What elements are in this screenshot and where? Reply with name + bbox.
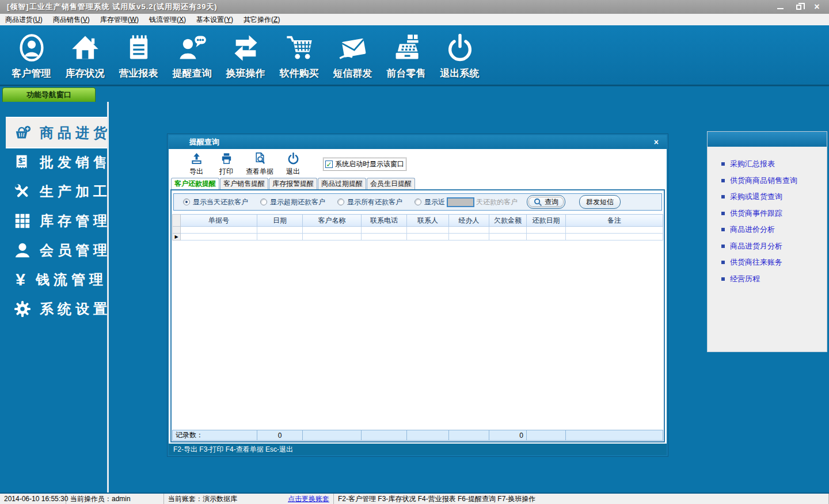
column-remark[interactable]: 备注: [566, 215, 663, 227]
main-toolbar: 客户管理 库存状况 营业报表 提醒查询 换班操作 软件购买 短信群发 前台零售 …: [0, 25, 829, 86]
basket-icon: [14, 124, 31, 142]
toolbar-reminder-query-button[interactable]: 提醒查询: [165, 26, 219, 85]
sidebar-item-wholesale[interactable]: $ 批发销售: [0, 147, 107, 177]
yen-icon: ¥: [14, 270, 27, 289]
restore-icon: [796, 5, 801, 10]
table-row: [173, 227, 663, 234]
radio-overdue-repayment[interactable]: 显示超期还款客户: [260, 197, 325, 207]
workspace: 功能导航窗口 商品进货 $ 批发销售 生产加工 库存管理 会员管理: [0, 86, 829, 492]
quick-links-panel: 采购汇总报表 供货商商品销售查询 采购或退货查询 供货商事件跟踪 商品进价分析 …: [707, 131, 827, 352]
minimize-button[interactable]: [776, 3, 784, 11]
checkbox-label: 系统启动时显示该窗口: [335, 159, 404, 169]
column-repay-date[interactable]: 还款日期: [527, 215, 566, 227]
sms-broadcast-button[interactable]: 群发短信: [579, 195, 621, 209]
sidebar-item-production[interactable]: 生产加工: [0, 177, 107, 206]
link-purchase-return-query[interactable]: 采购或退货查询: [721, 192, 827, 202]
window-title: [领智]工业生产销售管理系统 试用版v5.2(试用期还有39天): [0, 2, 218, 12]
toolbar-software-purchase-button[interactable]: 软件购买: [272, 26, 326, 85]
menu-inventory[interactable]: 库存管理(W): [95, 14, 144, 25]
sidebar-item-members[interactable]: 会员管理: [0, 235, 107, 265]
print-button[interactable]: 打印: [211, 152, 241, 177]
person-chat-icon: [177, 33, 207, 63]
sidebar-item-cashflow[interactable]: ¥ 钱流管理: [0, 265, 107, 294]
tab-goods-expiry-reminder[interactable]: 商品过期提醒: [318, 178, 366, 189]
bullet-icon: [721, 162, 725, 166]
restore-button[interactable]: [794, 3, 803, 11]
menu-goods-purchase[interactable]: 商品进货(U): [0, 14, 48, 25]
menu-other[interactable]: 其它操作(Z): [238, 14, 285, 25]
titlebar: [领智]工业生产销售管理系统 试用版v5.2(试用期还有39天) ×: [0, 0, 829, 14]
function-nav-tab[interactable]: 功能导航窗口: [2, 87, 96, 102]
gear-icon: [14, 300, 31, 318]
sidebar-item-inventory[interactable]: 库存管理: [0, 206, 107, 235]
current-row-indicator-icon: ▶: [173, 234, 181, 240]
column-amount-owed[interactable]: 欠款金额: [489, 215, 527, 227]
invoice-icon: $: [14, 154, 31, 171]
link-goods-price-analysis[interactable]: 商品进价分析: [721, 224, 827, 235]
dialog-exit-button[interactable]: 退出: [278, 152, 308, 177]
bullet-icon: [721, 245, 725, 248]
sidebar-item-label: 批发销售: [40, 153, 111, 171]
window-controls: ×: [776, 3, 829, 11]
menu-settings[interactable]: 基本设置(Y): [191, 14, 238, 25]
sidebar-item-label: 生产加工: [40, 182, 111, 201]
column-phone[interactable]: 联系电话: [362, 215, 407, 227]
column-handler[interactable]: 经办人: [449, 215, 489, 227]
tab-customer-repayment-reminder[interactable]: 客户还款提醒: [171, 178, 219, 189]
toolbar-business-report-button[interactable]: 营业报表: [112, 26, 165, 85]
link-supplier-goods-sales-query[interactable]: 供货商商品销售查询: [721, 175, 827, 186]
toolbar-exit-system-button[interactable]: 退出系统: [433, 26, 486, 85]
column-contact[interactable]: 联系人: [407, 215, 449, 227]
radio-icon: [260, 198, 267, 205]
radio-today-repayment[interactable]: 显示当天还款客户: [183, 197, 248, 207]
link-business-history[interactable]: 经营历程: [721, 274, 827, 284]
toolbar-pos-retail-button[interactable]: 前台零售: [379, 26, 433, 85]
switch-account-link[interactable]: 点击更换账套: [288, 494, 329, 504]
radio-recent-days[interactable]: 显示近: [414, 197, 445, 207]
svg-text:$: $: [18, 156, 27, 164]
column-selector: [173, 215, 181, 227]
menu-cashflow[interactable]: 钱流管理(X): [144, 14, 191, 25]
link-supplier-accounts[interactable]: 供货商往来账务: [721, 257, 827, 268]
link-goods-purchase-monthly-analysis[interactable]: 商品进货月分析: [721, 241, 827, 251]
tab-stock-alert-reminder[interactable]: 库存报警提醒: [269, 178, 317, 189]
close-icon: ×: [814, 3, 819, 11]
export-button[interactable]: 导出: [181, 152, 211, 177]
member-icon: [14, 242, 31, 259]
summary-row: 记录数： 0 0: [172, 430, 663, 441]
toolbar-inventory-status-button[interactable]: 库存状况: [58, 26, 112, 85]
sidebar: 商品进货 $ 批发销售 生产加工 库存管理 会员管理 ¥ 钱流管理: [0, 102, 109, 492]
show-on-startup-checkbox[interactable]: ✓ 系统启动时显示该窗口: [323, 158, 406, 171]
dialog-title: 提醒查询: [169, 137, 219, 147]
query-button[interactable]: 查询: [527, 195, 565, 209]
sidebar-item-system-settings[interactable]: 系统设置: [0, 294, 107, 323]
radio-all-repayment[interactable]: 显示所有还款客户: [337, 197, 402, 207]
checkbox-box: ✓: [325, 161, 333, 168]
toolbar-sms-broadcast-button[interactable]: 短信群发: [326, 26, 379, 85]
statusbar: 2014-06-10 16:55:30 当前操作员：admin 当前账套：演示数…: [0, 492, 829, 504]
dialog-toolbar: 导出 打印 查看单据 退出 ✓ 系统启动时显示该窗口: [169, 149, 667, 180]
view-document-icon: [253, 152, 267, 165]
dialog-close-button[interactable]: ×: [654, 138, 667, 147]
close-button[interactable]: ×: [813, 3, 821, 11]
menubar: 商品进货(U) 商品销售(V) 库存管理(W) 钱流管理(X) 基本设置(Y) …: [0, 14, 829, 25]
bullet-icon: [721, 228, 725, 231]
tab-customer-sales-reminder[interactable]: 客户销售提醒: [220, 178, 268, 189]
column-customer[interactable]: 客户名称: [303, 215, 362, 227]
tab-member-birthday-reminder[interactable]: 会员生日提醒: [367, 178, 415, 189]
days-input[interactable]: [447, 197, 474, 207]
toolbar-shift-change-button[interactable]: 换班操作: [219, 26, 272, 85]
column-date[interactable]: 日期: [257, 215, 303, 227]
view-document-button[interactable]: 查看单据: [241, 152, 278, 177]
repayment-table: 单据号 日期 客户名称 联系电话 联系人 经办人 欠款金额 还款日期 备注 ▶: [172, 214, 663, 240]
exit-power-icon: [287, 152, 300, 165]
toolbar-customer-management-button[interactable]: 客户管理: [5, 26, 58, 85]
reminder-query-dialog: 提醒查询 × 导出 打印 查看单据 退出 ✓ 系统启动时显示该窗口: [168, 134, 668, 456]
menu-goods-sales[interactable]: 商品销售(V): [48, 14, 95, 25]
bullet-icon: [721, 277, 725, 281]
link-supplier-event-tracking[interactable]: 供货商事件跟踪: [721, 208, 827, 219]
sidebar-item-goods-purchase[interactable]: 商品进货: [6, 118, 107, 147]
link-purchase-summary-report[interactable]: 采购汇总报表: [721, 159, 827, 169]
column-docno[interactable]: 单据号: [181, 215, 257, 227]
amount-total-value: 0: [489, 430, 527, 441]
